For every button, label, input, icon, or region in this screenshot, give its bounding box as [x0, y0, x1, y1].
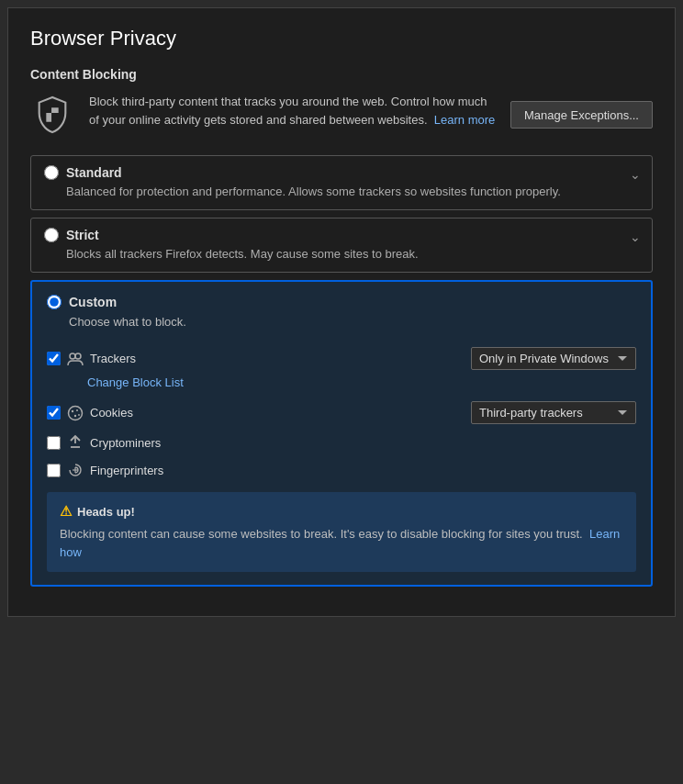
heads-up-body: Blocking content can cause some websites…: [60, 525, 623, 561]
warning-icon: ⚠: [60, 503, 72, 520]
section-heading-content-blocking: Content Blocking: [30, 67, 653, 82]
cookies-select[interactable]: Third-party trackers All third-party coo…: [471, 401, 636, 424]
strict-chevron-icon: ⌄: [630, 230, 641, 244]
heads-up-label: Heads up!: [77, 505, 135, 519]
svg-point-1: [75, 353, 81, 359]
trackers-row: Trackers Only in Private Windows In all …: [47, 342, 636, 374]
learn-more-link[interactable]: Learn more: [434, 113, 495, 127]
trackers-icon: [66, 350, 84, 368]
svg-point-2: [69, 406, 83, 420]
change-block-list-container: Change Block List: [47, 374, 636, 390]
strict-label: Strict: [66, 228, 99, 242]
cookies-label: Cookies: [90, 406, 465, 420]
cryptominers-label: Cryptominers: [90, 436, 636, 450]
svg-point-4: [76, 409, 78, 411]
page-title: Browser Privacy: [30, 27, 653, 50]
browser-privacy-panel: Browser Privacy Content Blocking Block t…: [7, 7, 676, 617]
svg-point-6: [78, 414, 80, 416]
custom-label: Custom: [69, 295, 117, 309]
svg-point-5: [74, 415, 76, 417]
fingerprinters-label: Fingerprinters: [90, 464, 636, 477]
fingerprinters-icon: [66, 461, 84, 479]
strict-radio[interactable]: [44, 228, 59, 242]
choose-text: Choose what to block.: [47, 315, 636, 329]
custom-radio[interactable]: [47, 295, 62, 309]
fingerprinters-checkbox[interactable]: [47, 464, 61, 477]
standard-radio[interactable]: [44, 165, 59, 180]
standard-label: Standard: [66, 165, 122, 180]
change-block-list-link[interactable]: Change Block List: [87, 375, 184, 389]
trackers-select[interactable]: Only in Private Windows In all Windows: [471, 347, 636, 370]
standard-option-header: Standard: [44, 165, 639, 180]
cryptominers-icon: [66, 433, 84, 452]
svg-point-3: [72, 410, 73, 412]
cookies-icon: [66, 404, 84, 422]
standard-description: Balanced for protection and performance.…: [44, 184, 639, 200]
trackers-label: Trackers: [90, 352, 465, 365]
custom-header: Custom: [47, 295, 636, 309]
cryptominers-checkbox[interactable]: [47, 436, 61, 450]
standard-option[interactable]: Standard Balanced for protection and per…: [30, 155, 653, 210]
custom-option: Custom Choose what to block. Trackers On…: [30, 280, 653, 587]
cookies-row: Cookies Third-party trackers All third-p…: [47, 396, 636, 428]
content-blocking-header: Block third-party content that tracks yo…: [30, 93, 653, 137]
shield-icon: [30, 93, 74, 137]
cookies-checkbox[interactable]: [47, 406, 61, 420]
strict-option[interactable]: Strict Blocks all trackers Firefox detec…: [30, 218, 653, 273]
strict-description: Blocks all trackers Firefox detects. May…: [44, 246, 639, 263]
fingerprinters-row: Fingerprinters: [47, 455, 636, 483]
cryptominers-row: Cryptominers: [47, 428, 636, 455]
heads-up-title: ⚠ Heads up!: [60, 503, 623, 520]
trackers-checkbox[interactable]: [47, 352, 61, 365]
svg-point-0: [70, 353, 75, 359]
content-blocking-description: Block third-party content that tracks yo…: [89, 93, 496, 129]
standard-chevron-icon: ⌄: [630, 167, 641, 182]
heads-up-box: ⚠ Heads up! Blocking content can cause s…: [47, 492, 636, 572]
manage-exceptions-button[interactable]: Manage Exceptions...: [510, 101, 653, 129]
strict-option-header: Strict: [44, 228, 639, 242]
